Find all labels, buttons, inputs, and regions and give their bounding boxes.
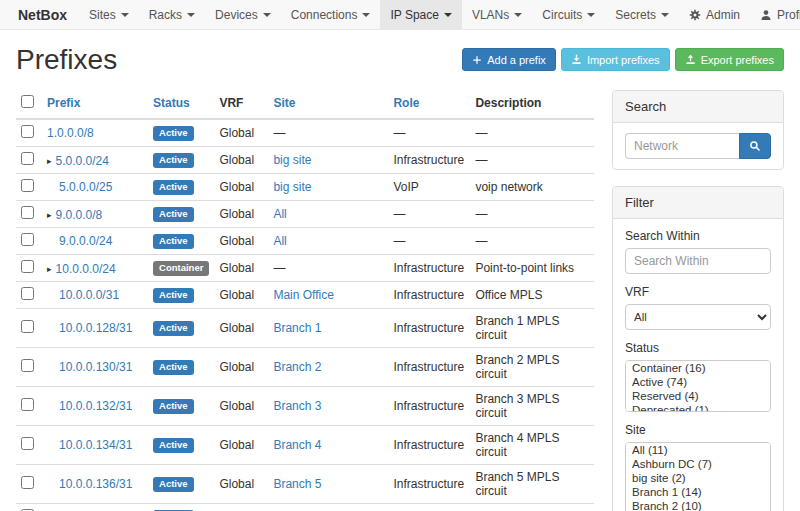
search-input[interactable] bbox=[625, 133, 739, 159]
prefix-link[interactable]: 10.0.0.132/31 bbox=[59, 399, 132, 413]
row-checkbox[interactable] bbox=[21, 287, 34, 300]
menu-sites[interactable]: Sites bbox=[79, 0, 139, 29]
prefix-link[interactable]: 5.0.0.0/24 bbox=[56, 154, 109, 168]
site-link[interactable]: Branch 2 bbox=[273, 360, 321, 374]
add-a-prefix-button[interactable]: Add a prefix bbox=[462, 48, 556, 71]
select-option[interactable]: Active (74) bbox=[626, 375, 770, 389]
prefix-link[interactable]: 10.0.0.0/31 bbox=[59, 288, 119, 302]
search-within-input[interactable] bbox=[625, 248, 771, 274]
column-header-role[interactable]: Role bbox=[388, 90, 470, 119]
vrf-select[interactable]: All bbox=[625, 304, 771, 330]
role-cell: Infrastructure bbox=[388, 504, 470, 511]
description-cell: voip network bbox=[470, 174, 594, 201]
prefix-link[interactable]: 10.0.0.0/24 bbox=[56, 262, 116, 276]
status-badge: Active bbox=[153, 153, 194, 168]
status-badge: Active bbox=[153, 288, 194, 303]
site-link[interactable]: Branch 1 bbox=[273, 321, 321, 335]
status-badge: Container bbox=[153, 261, 209, 276]
row-checkbox[interactable] bbox=[21, 179, 34, 192]
menu-devices[interactable]: Devices bbox=[205, 0, 281, 29]
select-option[interactable]: Container (16) bbox=[626, 361, 770, 375]
column-sort-link[interactable]: Role bbox=[393, 96, 419, 110]
select-option[interactable]: Ashburn DC (7) bbox=[626, 457, 770, 471]
site-link[interactable]: Branch 5 bbox=[273, 477, 321, 491]
column-header-status[interactable]: Status bbox=[148, 90, 214, 119]
row-checkbox[interactable] bbox=[21, 125, 34, 138]
column-header-site[interactable]: Site bbox=[268, 90, 388, 119]
description-cell: Point-to-point links bbox=[470, 255, 594, 282]
gear-icon bbox=[689, 9, 701, 21]
row-select-cell bbox=[16, 309, 42, 348]
import-prefixes-button[interactable]: Import prefixes bbox=[561, 48, 670, 71]
description-cell: — bbox=[470, 201, 594, 228]
site-link[interactable]: Branch 3 bbox=[273, 399, 321, 413]
menu-connections[interactable]: Connections bbox=[281, 0, 381, 29]
status-multiselect[interactable]: Container (16)Active (74)Reserved (4)Dep… bbox=[625, 360, 771, 412]
menu-circuits[interactable]: Circuits bbox=[532, 0, 605, 29]
menu-secrets[interactable]: Secrets bbox=[605, 0, 679, 29]
prefix-link[interactable]: 1.0.0.0/8 bbox=[47, 126, 94, 140]
row-checkbox[interactable] bbox=[21, 476, 34, 489]
column-header-prefix[interactable]: Prefix bbox=[42, 90, 148, 119]
filter-panel-title: Filter bbox=[613, 187, 783, 219]
row-checkbox[interactable] bbox=[21, 398, 34, 411]
prefix-link[interactable]: 10.0.0.128/31 bbox=[59, 321, 132, 335]
prefix-link[interactable]: 10.0.0.130/31 bbox=[59, 360, 132, 374]
select-option[interactable]: Branch 2 (10) bbox=[626, 499, 770, 511]
status-cell: Active bbox=[148, 282, 214, 309]
prefix-link[interactable]: 5.0.0.0/25 bbox=[59, 180, 112, 194]
row-checkbox[interactable] bbox=[21, 233, 34, 246]
status-badge: Active bbox=[153, 321, 194, 336]
select-option[interactable]: Reserved (4) bbox=[626, 389, 770, 403]
column-sort-link[interactable]: Site bbox=[273, 96, 295, 110]
search-button[interactable] bbox=[739, 133, 771, 159]
export-prefixes-button[interactable]: Export prefixes bbox=[675, 48, 784, 71]
site-label: Site bbox=[625, 423, 771, 437]
prefix-link[interactable]: 9.0.0.0/24 bbox=[59, 234, 112, 248]
prefix-cell: 10.0.0.0/31 bbox=[42, 282, 148, 309]
row-checkbox[interactable] bbox=[21, 320, 34, 333]
chevron-down-icon bbox=[661, 13, 669, 17]
prefix-link[interactable]: 9.0.0.0/8 bbox=[56, 208, 103, 222]
site-multiselect[interactable]: All (11)Ashburn DC (7)big site (2)Branch… bbox=[625, 442, 771, 511]
row-checkbox[interactable] bbox=[21, 206, 34, 219]
menu-vlans[interactable]: VLANs bbox=[462, 0, 532, 29]
select-option[interactable]: All (11) bbox=[626, 443, 770, 457]
row-checkbox[interactable] bbox=[21, 260, 34, 273]
site-cell: — bbox=[268, 119, 388, 147]
site-link[interactable]: big site bbox=[273, 180, 311, 194]
site-link[interactable]: All bbox=[273, 207, 286, 221]
admin-menu-item[interactable]: Admin bbox=[679, 0, 750, 29]
sidebar: Search Filter Searc bbox=[612, 90, 784, 511]
row-select-cell bbox=[16, 504, 42, 511]
select-option[interactable]: big site (2) bbox=[626, 471, 770, 485]
column-sort-link[interactable]: Prefix bbox=[47, 96, 80, 110]
menu-racks[interactable]: Racks bbox=[139, 0, 205, 29]
site-link[interactable]: Branch 4 bbox=[273, 438, 321, 452]
role-cell: Infrastructure bbox=[388, 348, 470, 387]
site-link[interactable]: Main Office bbox=[273, 288, 333, 302]
select-option[interactable]: Deprecated (1) bbox=[626, 403, 770, 412]
brand-logo[interactable]: NetBox bbox=[6, 0, 79, 29]
column-sort-link[interactable]: Status bbox=[153, 96, 190, 110]
filter-panel: Filter Search Within VRF All Status Cont… bbox=[612, 186, 784, 511]
row-checkbox[interactable] bbox=[21, 152, 34, 165]
prefix-link[interactable]: 10.0.0.136/31 bbox=[59, 477, 132, 491]
prefix-cell: 10.0.0.130/31 bbox=[42, 348, 148, 387]
row-checkbox[interactable] bbox=[21, 359, 34, 372]
select-option[interactable]: Branch 1 (14) bbox=[626, 485, 770, 499]
status-badge: Active bbox=[153, 234, 194, 249]
prefix-cell: 10.0.0.132/31 bbox=[42, 387, 148, 426]
profile-menu-item[interactable]: Profile bbox=[750, 0, 800, 29]
search-icon bbox=[749, 140, 761, 152]
expand-caret-icon: ▸ bbox=[47, 210, 52, 220]
row-checkbox[interactable] bbox=[21, 437, 34, 450]
site-link[interactable]: big site bbox=[273, 153, 311, 167]
prefix-cell: 1.0.0.0/8 bbox=[42, 119, 148, 147]
prefix-link[interactable]: 10.0.0.134/31 bbox=[59, 438, 132, 452]
row-select-cell bbox=[16, 201, 42, 228]
menu-ip-space[interactable]: IP Space bbox=[380, 0, 461, 29]
button-label: Import prefixes bbox=[587, 54, 660, 66]
site-link[interactable]: All bbox=[273, 234, 286, 248]
select-all-checkbox[interactable] bbox=[21, 95, 34, 108]
